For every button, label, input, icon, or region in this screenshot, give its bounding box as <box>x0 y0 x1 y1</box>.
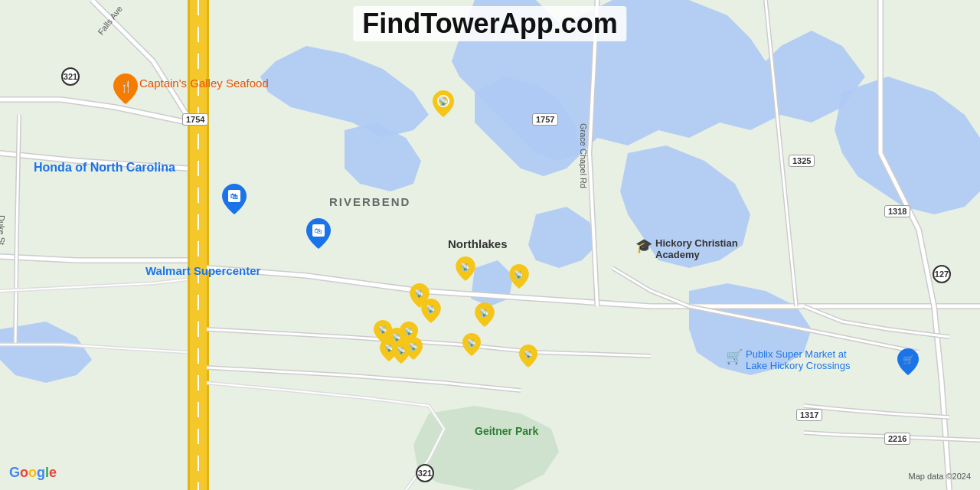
svg-text:🍴: 🍴 <box>119 80 133 93</box>
road-badge-1754: 1754 <box>182 113 208 126</box>
captains-galley-marker[interactable]: 🍴 <box>113 74 138 107</box>
svg-text:🛒: 🛒 <box>903 354 914 365</box>
honda-label[interactable]: Honda of North Carolina <box>34 161 175 175</box>
hickory-christian-label[interactable]: 🎓 Hickory ChristianAcademy <box>635 237 738 260</box>
svg-text:📡: 📡 <box>438 96 449 106</box>
road-badge-1318: 1318 <box>884 205 910 217</box>
svg-rect-2 <box>188 0 190 490</box>
svg-text:📡: 📡 <box>404 327 413 336</box>
svg-text:📡: 📡 <box>426 304 436 314</box>
svg-text:📡: 📡 <box>461 262 471 272</box>
tower-marker-2[interactable]: 📡 <box>456 256 475 284</box>
svg-rect-3 <box>207 0 209 490</box>
northlakes-label: Northlakes <box>448 237 508 250</box>
tower-marker-6[interactable]: 📡 <box>475 302 495 330</box>
svg-text:📡: 📡 <box>467 338 476 348</box>
tower-marker-3[interactable]: 📡 <box>509 264 529 292</box>
walmart-marker[interactable]: 🛍 <box>306 218 331 252</box>
tower-marker-13[interactable]: 📡 <box>462 333 481 359</box>
road-badge-1325: 1325 <box>789 155 815 167</box>
tower-marker-1[interactable]: 📡 <box>433 90 454 120</box>
road-badge-321-top: 321 <box>61 67 80 86</box>
walmart-label[interactable]: Walmart Supercenter <box>145 264 260 277</box>
tower-marker-14[interactable]: 📡 <box>519 345 537 371</box>
duke-st-label: Duke St <box>0 215 6 245</box>
road-badge-1757: 1757 <box>532 113 558 126</box>
svg-text:📡: 📡 <box>409 342 418 351</box>
google-logo: Google <box>9 465 57 481</box>
geitner-park-label: Geitner Park <box>475 425 538 437</box>
page-title: FindTowerApp.com <box>353 6 626 41</box>
road-badge-1317: 1317 <box>796 409 822 421</box>
svg-text:📡: 📡 <box>415 289 425 299</box>
map-container[interactable]: FindTowerApp.com 321 1754 1757 1325 1318… <box>0 0 980 490</box>
publix-icon: 🛒 <box>726 348 743 365</box>
riverbend-label: RIVERBEND <box>329 195 410 208</box>
publix-label[interactable]: 🛒 Publix Super Market atLake Hickory Cro… <box>726 348 851 371</box>
captains-galley-label[interactable]: Captain's Galley Seafood <box>139 77 269 90</box>
map-data-credit: Map data ©2024 <box>909 472 972 481</box>
grace-chapel-rd-label: Grace Chapel Rd <box>579 123 588 188</box>
svg-text:🛍: 🛍 <box>230 192 238 201</box>
publix-marker[interactable]: 🛒 <box>897 348 919 378</box>
school-icon: 🎓 <box>635 237 652 254</box>
svg-text:📡: 📡 <box>378 325 387 335</box>
svg-text:📡: 📡 <box>514 270 524 279</box>
tower-marker-12[interactable]: 📡 <box>404 337 423 363</box>
svg-text:🛍: 🛍 <box>315 227 322 235</box>
tower-marker-5[interactable]: 📡 <box>421 299 441 326</box>
svg-text:📡: 📡 <box>524 350 533 359</box>
honda-marker[interactable]: 🛍 <box>222 184 247 217</box>
road-badge-2216: 2216 <box>884 433 910 445</box>
road-badge-127: 127 <box>933 265 951 283</box>
road-badge-321-bot: 321 <box>416 464 434 482</box>
svg-text:📡: 📡 <box>480 308 490 318</box>
